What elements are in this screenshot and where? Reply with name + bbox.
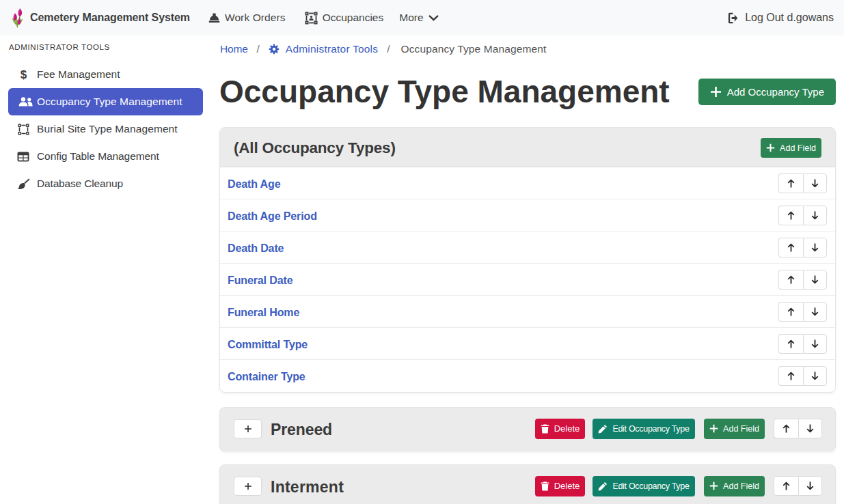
svg-text:$: $: [20, 68, 27, 81]
